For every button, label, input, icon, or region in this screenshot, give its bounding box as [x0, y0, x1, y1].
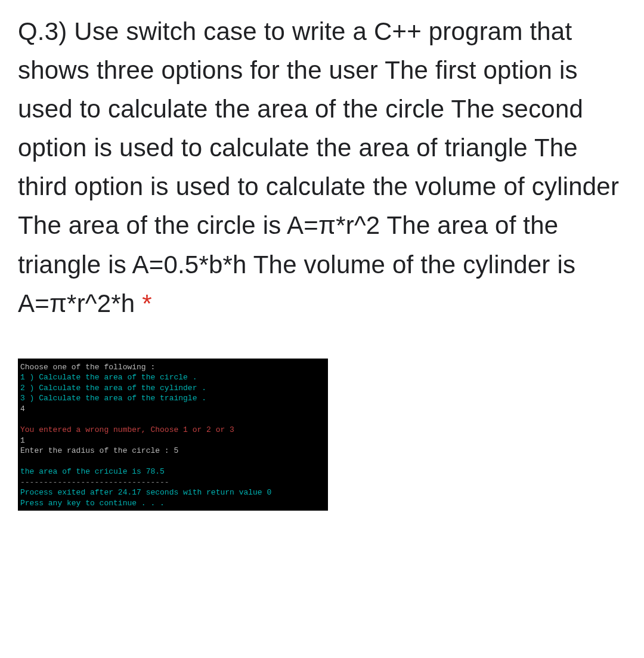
terminal-line: Enter the radius of the circle : 5 — [20, 446, 326, 456]
terminal-line: Press any key to continue . . . — [20, 498, 326, 509]
terminal-line: Process exited after 24.17 seconds with … — [20, 487, 326, 498]
terminal-line: 2 ) Calculate the area of the cylinder . — [20, 383, 326, 394]
terminal-line — [20, 456, 326, 467]
terminal-line: You entered a wrong number, Choose 1 or … — [20, 425, 326, 435]
terminal-line: Choose one of the following : — [20, 362, 326, 373]
required-asterisk: * — [135, 289, 151, 317]
terminal-line: 1 ) Calculate the area of the circle . — [20, 372, 326, 383]
terminal-line: 1 — [20, 435, 326, 446]
terminal-line: -------------------------------- — [20, 477, 326, 488]
terminal-line: the area of the cricule is 78.5 — [20, 467, 326, 477]
question-text: Q.3) Use switch case to write a C++ prog… — [18, 12, 627, 323]
question-body: Q.3) Use switch case to write a C++ prog… — [18, 17, 619, 317]
terminal-line: 4 — [20, 404, 326, 415]
terminal-output: Choose one of the following :1 ) Calcula… — [18, 359, 328, 511]
document-container: Q.3) Use switch case to write a C++ prog… — [0, 0, 644, 523]
terminal-line — [20, 414, 326, 425]
terminal-line: 3 ) Calculate the area of the traingle . — [20, 393, 326, 404]
